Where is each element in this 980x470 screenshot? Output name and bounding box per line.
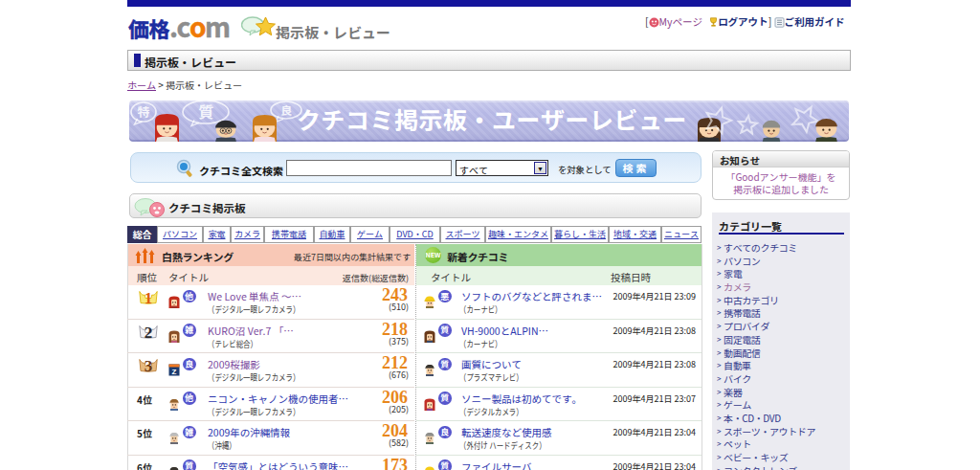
svg-text:Z: Z xyxy=(172,366,177,376)
svg-text:1: 1 xyxy=(145,289,153,306)
svg-text:2: 2 xyxy=(145,323,153,340)
svg-text:3: 3 xyxy=(145,357,153,374)
